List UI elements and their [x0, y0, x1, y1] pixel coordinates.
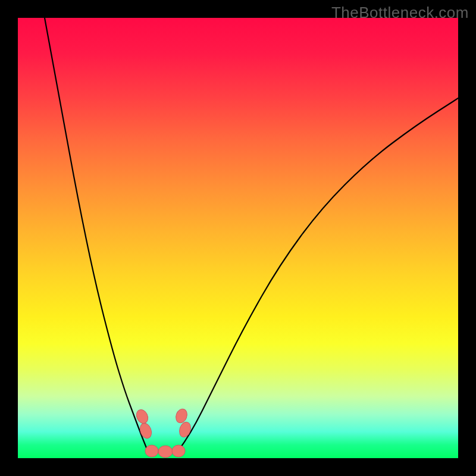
curve-left-branch	[45, 18, 147, 449]
curve-layer	[18, 18, 458, 458]
plot-area	[18, 18, 458, 458]
curve-right-branch	[178, 98, 458, 450]
marker-right-cluster-bottom	[177, 421, 192, 439]
marker-group	[134, 408, 193, 458]
watermark-text: TheBottleneck.com	[331, 4, 469, 22]
marker-valley-right	[172, 445, 185, 457]
marker-left-cluster-bottom	[138, 422, 154, 440]
chart-canvas: TheBottleneck.com	[0, 0, 476, 476]
marker-valley-mid	[158, 446, 173, 458]
marker-valley-left	[145, 445, 158, 457]
